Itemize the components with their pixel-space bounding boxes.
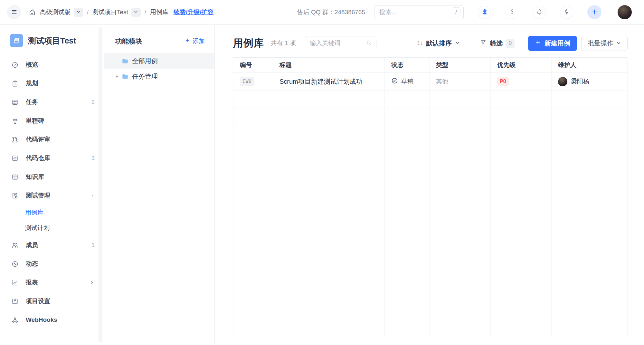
pulse-icon [11, 260, 19, 268]
empty-cell [233, 289, 273, 307]
sidebar-item-milestones[interactable]: 里程碑 [0, 111, 104, 130]
bell-icon [536, 8, 543, 16]
modules-panel: 功能模块 添加 全部用例任务管理 [104, 25, 215, 345]
breadcrumb-project[interactable]: 测试项目Test [92, 8, 128, 16]
sidebar-scrollbar[interactable] [99, 27, 102, 342]
empty-cell [385, 307, 430, 325]
user-avatar[interactable] [618, 5, 632, 19]
sidebar-item-reports[interactable]: 报表 [0, 273, 104, 292]
book-icon [11, 173, 19, 181]
test-doc-icon [11, 192, 19, 199]
expand-caret-icon[interactable] [115, 74, 121, 79]
page-title: 用例库 [233, 36, 264, 50]
plus-icon [185, 38, 190, 45]
nodes-icon [11, 316, 19, 324]
sidebar-subitem-case-library[interactable]: 用例库 [0, 205, 104, 220]
global-search-input[interactable] [379, 9, 452, 16]
main-content: 用例库 共有 1 项 1↓ 默认排序 [215, 25, 644, 345]
breadcrumb-page: 用例库 [150, 8, 168, 16]
customer-service-button[interactable] [478, 6, 491, 19]
global-search-box[interactable]: / [374, 5, 464, 19]
empty-cell [233, 253, 273, 271]
sidebar-item-planning[interactable]: 规划 [0, 74, 104, 93]
owner-name: 梁阳杨 [571, 77, 589, 86]
sort-control[interactable]: 1↓ 默认排序 [417, 39, 460, 48]
empty-cell [491, 235, 552, 253]
hamburger-icon [11, 8, 18, 16]
table-empty-row [233, 127, 628, 145]
cell-title[interactable]: Scrum项目新建测试计划成功 [273, 72, 385, 91]
cell-type: 其他 [430, 72, 491, 91]
empty-cell [233, 217, 273, 235]
sidebar-item-overview[interactable]: 概览 [0, 55, 104, 74]
project-header[interactable]: 测试项目Test [0, 31, 104, 50]
empty-cell [430, 325, 491, 337]
collapse-caret-icon [90, 194, 95, 198]
empty-cell [385, 181, 430, 199]
table-empty-row [233, 289, 628, 307]
sidebar-item-activity[interactable]: 动态 [0, 254, 104, 273]
table-empty-row [233, 325, 628, 337]
new-case-button[interactable]: 新建用例 [528, 36, 577, 51]
table-empty-row [233, 235, 628, 253]
empty-cell [552, 199, 628, 217]
sidebar-item-webhooks[interactable]: WebHooks [0, 311, 104, 329]
sidebar-item-wiki[interactable]: 知识库 [0, 168, 104, 186]
empty-cell [491, 271, 552, 289]
priority-badge: P0 [497, 77, 509, 86]
sidebar-item-label: 概览 [26, 61, 38, 69]
content-area: 测试项目Test 概览规划任务2里程碑代码评审代码仓库3知识库测试管理用例库测试… [0, 25, 644, 345]
sidebar-item-code-repo[interactable]: 代码仓库3 [0, 149, 104, 168]
column-header-status: 状态 [385, 58, 430, 72]
batch-actions-button[interactable]: 批量操作 [581, 36, 628, 51]
empty-cell [552, 217, 628, 235]
module-item-all-cases[interactable]: 全部用例 [104, 53, 214, 69]
empty-cell [552, 253, 628, 271]
table-row[interactable]: CWUScrum项目新建测试计划成功草稿其他P0梁阳杨 [233, 72, 628, 91]
home-icon[interactable] [28, 8, 36, 16]
sidebar-item-project-settings[interactable]: 项目设置 [0, 292, 104, 311]
sidebar-item-label: 测试管理 [26, 191, 50, 200]
plus-icon [535, 39, 541, 47]
project-switcher-button[interactable] [131, 8, 141, 17]
topbar: 高级测试版 / 测试项目Test / 用例库 续费/升级/扩容 售后 QQ 群：… [0, 0, 644, 25]
sidebar-subitem-test-plans[interactable]: 测试计划 [0, 220, 104, 236]
hamburger-menu-button[interactable] [7, 5, 21, 19]
module-item-task-management[interactable]: 任务管理 [104, 69, 214, 84]
table-empty-row [233, 199, 628, 217]
case-title[interactable]: Scrum项目新建测试计划成功 [279, 77, 363, 86]
headset-person-icon [481, 8, 488, 16]
item-count: 共有 1 项 [271, 39, 296, 47]
empty-cell [233, 91, 273, 109]
empty-cell [385, 235, 430, 253]
integrations-button[interactable] [505, 6, 518, 19]
empty-cell [491, 199, 552, 217]
sidebar-item-tasks[interactable]: 任务2 [0, 93, 104, 111]
add-module-button[interactable]: 添加 [185, 37, 205, 45]
filter-control[interactable]: 筛选 0 [480, 39, 515, 48]
module-tree: 全部用例任务管理 [104, 53, 214, 84]
create-new-button[interactable] [587, 5, 601, 19]
table-body: CWUScrum项目新建测试计划成功草稿其他P0梁阳杨 [233, 72, 628, 337]
gauge-icon [11, 61, 19, 69]
keyword-search-box[interactable] [305, 36, 376, 50]
column-header-type: 类型 [430, 58, 491, 72]
upgrade-link[interactable]: 续费/升级/扩容 [174, 8, 214, 16]
sidebar-item-test-management[interactable]: 测试管理 [0, 186, 104, 205]
cell-owner: 梁阳杨 [552, 72, 628, 91]
empty-cell [491, 163, 552, 181]
empty-cell [552, 181, 628, 199]
case-id-tag: CWU [240, 77, 254, 86]
org-switcher-button[interactable] [74, 8, 83, 17]
empty-cell [552, 127, 628, 145]
empty-cell [273, 127, 385, 145]
empty-cell [430, 307, 491, 325]
sidebar-item-code-review[interactable]: 代码评审 [0, 130, 104, 149]
empty-cell [273, 271, 385, 289]
tips-button[interactable] [560, 6, 573, 19]
notifications-button[interactable] [533, 6, 546, 19]
keyword-search-input[interactable] [310, 40, 365, 47]
empty-cell [430, 181, 491, 199]
breadcrumb-org[interactable]: 高级测试版 [40, 8, 71, 16]
sidebar-item-members[interactable]: 成员1 [0, 236, 104, 254]
